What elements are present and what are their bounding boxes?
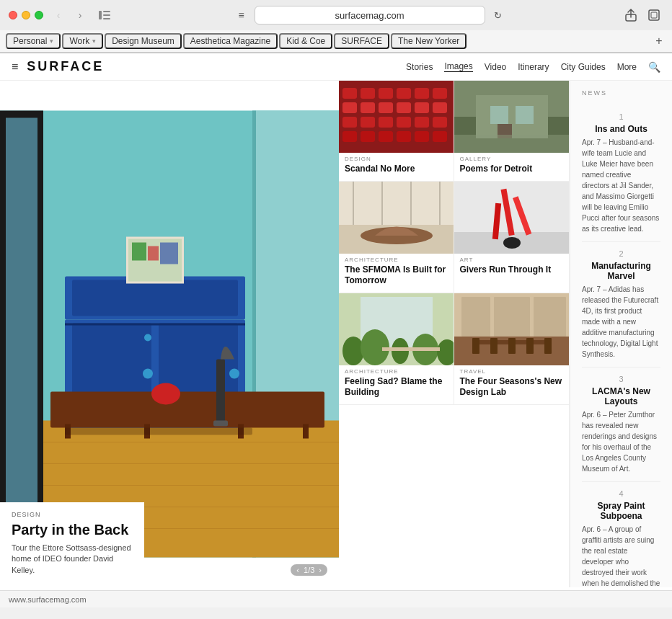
nav-images[interactable]: Images xyxy=(444,61,472,72)
nav-more[interactable]: More xyxy=(617,62,637,72)
traffic-lights xyxy=(9,11,43,19)
news-label: NEWS xyxy=(582,89,660,97)
grid-info-3: ARCHITECTURE The SFMOMA Is Built for Tom… xyxy=(339,254,454,293)
share-button[interactable] xyxy=(622,6,640,25)
minimize-button[interactable] xyxy=(22,11,30,19)
bookmark-surface-label: SURFACE xyxy=(341,36,382,46)
svg-rect-39 xyxy=(213,421,228,427)
bookmark-personal-label: Personal xyxy=(13,36,47,46)
browser-menu-button[interactable]: ≡ xyxy=(234,8,248,22)
nav-stories[interactable]: Stories xyxy=(406,62,433,72)
search-icon[interactable]: 🔍 xyxy=(648,61,660,73)
site-header: ≡ SURFACE Stories Images Video Itinerary… xyxy=(0,53,672,81)
svg-rect-44 xyxy=(379,88,393,99)
svg-rect-57 xyxy=(397,117,411,128)
svg-rect-2 xyxy=(103,14,110,16)
nav-buttons: ‹ › xyxy=(49,8,89,22)
address-bar[interactable]: surfacemag.com xyxy=(255,6,485,25)
nav-city-guides[interactable]: City Guides xyxy=(561,62,606,72)
bookmark-kid-coe[interactable]: Kid & Coe xyxy=(279,33,332,49)
news-title-4[interactable]: Spray Paint Subpoena xyxy=(582,501,660,521)
tabs-button[interactable] xyxy=(645,6,663,25)
news-body-4: Apr. 6 – A group of graffiti artists are… xyxy=(582,524,660,587)
svg-rect-51 xyxy=(397,102,411,113)
svg-rect-63 xyxy=(397,131,411,142)
hero-category: DESIGN xyxy=(12,511,133,518)
svg-rect-93 xyxy=(382,347,440,351)
bookmark-new-yorker[interactable]: The New Yorker xyxy=(391,33,467,49)
sidebar-toggle-button[interactable] xyxy=(95,8,114,22)
news-num-3: 3 xyxy=(582,375,660,383)
bookmark-design-museum[interactable]: Design Museum xyxy=(105,33,182,49)
maximize-button[interactable] xyxy=(35,11,43,19)
grid-image-6 xyxy=(454,293,570,365)
grid-item-3[interactable]: ARCHITECTURE The SFMOMA Is Built for Tom… xyxy=(339,182,454,293)
site-logo: SURFACE xyxy=(27,59,104,74)
title-bar: ‹ › ≡ surfacemag.com ↻ xyxy=(0,0,672,30)
grid-category-4: ART xyxy=(460,257,564,263)
bookmark-personal[interactable]: Personal ▾ xyxy=(6,33,61,49)
bookmarks-bar: Personal ▾ Work ▾ Design Museum Aestheti… xyxy=(0,30,672,53)
chevron-down-icon: ▾ xyxy=(92,37,96,45)
grid-row-2: ARCHITECTURE The SFMOMA Is Built for Tom… xyxy=(339,182,569,293)
nav-video[interactable]: Video xyxy=(485,62,506,72)
close-button[interactable] xyxy=(9,11,17,19)
svg-rect-42 xyxy=(342,88,357,99)
news-sidebar: NEWS 1 Ins and Outs Apr. 7 – Husband-and… xyxy=(570,81,672,587)
svg-rect-56 xyxy=(379,117,393,128)
hamburger-menu-icon[interactable]: ≡ xyxy=(12,61,18,74)
grid-info-5: ARCHITECTURE Feeling Sad? Blame the Buil… xyxy=(339,365,454,404)
grid-item-1[interactable]: DESIGN Scandal No More xyxy=(339,81,454,182)
svg-rect-49 xyxy=(361,102,375,113)
hero-section: DESIGN Party in the Back Tour the Ettore… xyxy=(0,81,339,587)
grid-title-6: The Four Seasons's New Design Lab xyxy=(460,376,564,398)
nav-itinerary[interactable]: Itinerary xyxy=(518,62,549,72)
svg-rect-3 xyxy=(103,18,110,19)
bookmark-surface[interactable]: SURFACE xyxy=(334,33,389,49)
grid-info-2: GALLERY Poems for Detroit xyxy=(454,153,570,181)
next-arrow-icon[interactable]: › xyxy=(319,566,322,574)
page-content: ≡ SURFACE Stories Images Video Itinerary… xyxy=(0,53,672,590)
reload-button[interactable]: ↻ xyxy=(494,10,502,21)
grid-info-1: DESIGN Scandal No More xyxy=(339,153,454,181)
bookmark-work[interactable]: Work ▾ xyxy=(62,33,103,49)
hero-title: Party in the Back xyxy=(12,521,133,538)
grid-image-2 xyxy=(454,81,570,153)
grid-title-1: Scandal No More xyxy=(345,164,448,175)
add-bookmark-button[interactable]: + xyxy=(652,34,666,48)
news-body-3: Apr. 6 – Peter Zumthor has revealed new … xyxy=(582,409,660,474)
grid-title-2: Poems for Detroit xyxy=(460,164,564,175)
svg-rect-54 xyxy=(342,117,357,128)
svg-rect-72 xyxy=(454,135,570,153)
svg-rect-6 xyxy=(651,12,657,18)
grid-item-6[interactable]: TRAVEL The Four Seasons's New Design Lab xyxy=(454,293,570,405)
news-item-2: 2 Manufacturing Marvel Apr. 7 – Adidas h… xyxy=(582,242,660,368)
grid-info-6: TRAVEL The Four Seasons's New Design Lab xyxy=(454,365,570,404)
grid-image-4 xyxy=(454,182,570,254)
grid-category-1: DESIGN xyxy=(345,156,448,162)
grid-row-3: ARCHITECTURE Feeling Sad? Blame the Buil… xyxy=(339,293,569,405)
svg-rect-5 xyxy=(649,10,659,20)
grid-title-4: Givers Run Through It xyxy=(460,264,564,276)
svg-rect-70 xyxy=(516,106,534,124)
grid-item-4[interactable]: ART Givers Run Through It xyxy=(454,182,570,293)
prev-arrow-icon[interactable]: ‹ xyxy=(296,566,299,574)
back-button[interactable]: ‹ xyxy=(49,8,68,22)
grid-item-5[interactable]: ARCHITECTURE Feeling Sad? Blame the Buil… xyxy=(339,293,454,405)
news-title-2[interactable]: Manufacturing Marvel xyxy=(582,261,660,281)
news-title-1[interactable]: Ins and Outs xyxy=(582,124,660,134)
grid-item-2[interactable]: GALLERY Poems for Detroit xyxy=(454,81,570,182)
bookmark-aesthetica[interactable]: Aesthetica Magazine xyxy=(183,33,278,49)
svg-rect-103 xyxy=(526,338,534,354)
grid-row-1: DESIGN Scandal No More xyxy=(339,81,569,182)
forward-button[interactable]: › xyxy=(71,8,89,22)
grid-info-4: ART Givers Run Through It xyxy=(454,254,570,282)
svg-rect-9 xyxy=(6,118,37,536)
svg-rect-40 xyxy=(65,428,252,435)
hero-counter: ‹ 1/3 › xyxy=(291,564,327,576)
bookmark-aesthetica-label: Aesthetica Magazine xyxy=(190,36,270,46)
grid-category-6: TRAVEL xyxy=(460,368,564,375)
svg-rect-25 xyxy=(72,280,238,316)
news-title-3[interactable]: LACMA's New Layouts xyxy=(582,386,660,406)
grid-category-2: GALLERY xyxy=(460,156,564,162)
